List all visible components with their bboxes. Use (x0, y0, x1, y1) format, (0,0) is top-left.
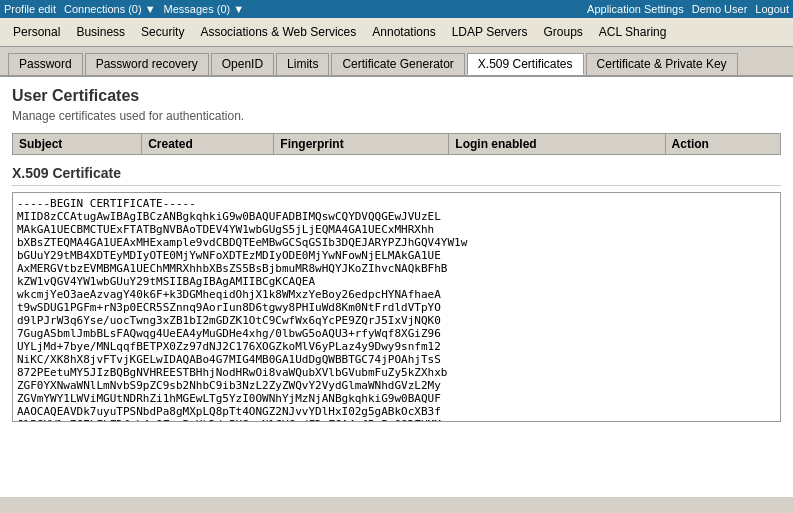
nav-ldap[interactable]: LDAP Servers (445, 22, 535, 42)
nav-business[interactable]: Business (69, 22, 132, 42)
page-subtitle: Manage certificates used for authenticat… (12, 109, 781, 123)
tab-x509[interactable]: X.509 Certificates (467, 53, 584, 75)
page-title: User Certificates (12, 87, 781, 105)
messages-arrow: ▼ (233, 3, 244, 15)
cert-textarea[interactable] (12, 192, 781, 422)
cert-textarea-container (12, 192, 781, 425)
cert-table: Subject Created Fingerprint Login enable… (12, 133, 781, 155)
tab-openid[interactable]: OpenID (211, 53, 274, 75)
application-settings-link[interactable]: Application Settings (587, 3, 684, 15)
tabs-row: Password Password recovery OpenID Limits… (0, 47, 793, 77)
top-bar-left: Profile edit Connections (0) ▼ Messages … (4, 3, 244, 15)
nav-acl[interactable]: ACL Sharing (592, 22, 674, 42)
demo-user-label: Demo User (692, 3, 748, 15)
col-created: Created (142, 134, 274, 155)
nav-security[interactable]: Security (134, 22, 191, 42)
profile-edit-link[interactable]: Profile edit (4, 3, 56, 15)
messages-label: Messages (0) (164, 3, 231, 15)
cert-section-title: X.509 Certificate (12, 165, 781, 186)
connections-link[interactable]: Connections (0) ▼ (64, 3, 156, 15)
tab-recovery[interactable]: Password recovery (85, 53, 209, 75)
nav-personal[interactable]: Personal (6, 22, 67, 42)
connections-arrow: ▼ (145, 3, 156, 15)
nav-bar: Personal Business Security Associations … (0, 18, 793, 47)
connections-label: Connections (0) (64, 3, 142, 15)
logout-link[interactable]: Logout (755, 3, 789, 15)
top-bar-right: Application Settings Demo User Logout (587, 3, 789, 15)
tab-limits[interactable]: Limits (276, 53, 329, 75)
col-subject: Subject (13, 134, 142, 155)
messages-link[interactable]: Messages (0) ▼ (164, 3, 245, 15)
tab-password[interactable]: Password (8, 53, 83, 75)
nav-associations[interactable]: Associations & Web Services (193, 22, 363, 42)
col-login-enabled: Login enabled (449, 134, 665, 155)
nav-groups[interactable]: Groups (536, 22, 589, 42)
tab-certkey[interactable]: Certificate & Private Key (586, 53, 738, 75)
tab-certgen[interactable]: Certificate Generator (331, 53, 464, 75)
main-content: User Certificates Manage certificates us… (0, 77, 793, 497)
col-action: Action (665, 134, 780, 155)
col-fingerprint: Fingerprint (274, 134, 449, 155)
top-bar: Profile edit Connections (0) ▼ Messages … (0, 0, 793, 18)
nav-annotations[interactable]: Annotations (365, 22, 442, 42)
